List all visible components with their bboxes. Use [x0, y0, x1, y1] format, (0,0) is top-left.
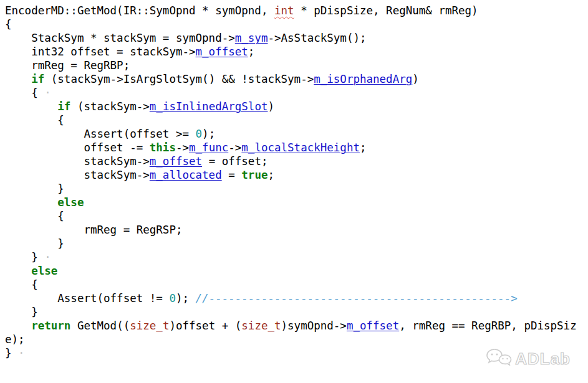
code-line: { [5, 209, 588, 223]
code-token: true [241, 169, 267, 181]
code-line: else [5, 264, 588, 278]
code-line: { · [5, 86, 588, 100]
code-token: } [5, 306, 38, 318]
code-token: if [57, 100, 70, 113]
code-token: m_isInlinedArgSlot [150, 100, 268, 113]
code-token: )symOpnd-> [281, 319, 347, 332]
code-token: } [5, 182, 64, 195]
code-token: ; [267, 169, 274, 181]
code-line: } [5, 182, 588, 196]
code-token: m_func [189, 141, 228, 154]
code-token: return [31, 319, 70, 332]
code-line: rmReg = RegRBP; [5, 59, 588, 72]
code-token: m_localStackHeight [241, 141, 360, 154]
code-token: { [5, 114, 64, 126]
code-token: { [5, 210, 64, 222]
code-token: { [5, 278, 38, 291]
code-line: { [5, 17, 588, 31]
code-token: { [5, 18, 12, 31]
code-token: { [5, 87, 44, 99]
code-token: } [5, 347, 12, 359]
code-token: size_t [241, 319, 281, 332]
code-token: m_allocated [150, 169, 222, 181]
code-token: Assert(offset >= [5, 128, 196, 140]
code-token: this [150, 141, 176, 154]
code-line: e); [5, 333, 588, 346]
code-line: StackSym * stackSym = symOpnd->m_sym->As… [5, 31, 588, 45]
code-token: ) [267, 100, 274, 113]
wechat-bubbles-icon [486, 348, 512, 369]
code-token: m_offset [347, 319, 399, 332]
code-token: ->AsStackSym(); [267, 32, 366, 44]
code-token: } [5, 237, 64, 250]
code-token: EncoderMD::GetMod(IR::SymOpnd * symOpnd, [5, 4, 274, 17]
code-token [5, 73, 31, 85]
code-line: } [5, 237, 588, 250]
code-token: ); [202, 128, 215, 140]
code-token [5, 196, 57, 209]
code-token [5, 319, 31, 332]
code-line: } · [5, 250, 588, 264]
code-token: } [5, 251, 38, 263]
code-token: ); [176, 292, 196, 305]
code-token: //--------------------------------------… [196, 292, 518, 305]
watermark: ADLab [486, 348, 571, 369]
code-line: stackSym->m_offset = offset; [5, 154, 588, 168]
code-token: else [57, 196, 84, 209]
code-token: · [12, 347, 25, 359]
code-token: = offset; [202, 155, 267, 168]
code-token: (stackSym->IsArgSlotSym() && !stackSym-> [44, 73, 314, 85]
code-token: offset -= [5, 141, 150, 154]
code-token: StackSym * stackSym = symOpnd-> [5, 32, 235, 44]
code-token: -> [176, 141, 189, 154]
code-line: else [5, 196, 588, 209]
code-line: { [5, 278, 588, 291]
watermark-label: ADLab [515, 349, 571, 369]
code-token: size_t [130, 319, 169, 332]
code-line: } [5, 305, 588, 319]
code-line: return GetMod((size_t)offset + (size_t)s… [5, 319, 588, 333]
code-line: int32 offset = stackSym->m_offset; [5, 45, 588, 59]
code-token: (stackSym-> [70, 100, 149, 113]
code-token: ; [360, 141, 367, 154]
code-token: Assert(offset != [5, 292, 169, 305]
code-line: { [5, 113, 588, 127]
code-token: m_offset [150, 155, 202, 168]
code-editor: EncoderMD::GetMod(IR::SymOpnd * symOpnd,… [0, 0, 588, 360]
code-token: int [274, 4, 294, 17]
code-token: · [44, 87, 51, 99]
code-token: else [31, 265, 57, 277]
code-token: · [38, 251, 51, 263]
code-token: m_isOrphanedArg [314, 73, 412, 85]
code-token: rmReg = RegRBP; [5, 59, 130, 72]
code-token: ; [248, 45, 255, 58]
code-token: GetMod(( [70, 319, 130, 332]
code-token: stackSym-> [5, 155, 150, 168]
code-token: stackSym-> [5, 169, 150, 181]
code-token: rmReg = RegRSP; [5, 224, 182, 236]
code-token: = [222, 169, 242, 181]
code-token [5, 265, 31, 277]
code-token: ) [412, 73, 419, 85]
code-line: EncoderMD::GetMod(IR::SymOpnd * symOpnd,… [5, 4, 588, 17]
code-token: -> [228, 141, 241, 154]
code-token: )offset + ( [169, 319, 241, 332]
code-token: * pDispSize, RegNum& rmReg) [294, 4, 478, 17]
code-token: e); [5, 333, 25, 346]
code-line: stackSym->m_allocated = true; [5, 168, 588, 182]
code-token: m_offset [196, 45, 248, 58]
code-token: if [31, 73, 44, 85]
code-token: , rmReg == RegRBP, pDispSiz [399, 319, 576, 332]
code-token: m_sym [235, 32, 268, 44]
code-token: 0 [169, 292, 176, 305]
code-line: Assert(offset >= 0); [5, 127, 588, 141]
code-line: rmReg = RegRSP; [5, 223, 588, 237]
code-token [5, 100, 57, 113]
code-token: 0 [196, 128, 203, 140]
code-token: int32 offset = stackSym-> [5, 45, 196, 58]
code-line: if (stackSym->IsArgSlotSym() && !stackSy… [5, 72, 588, 86]
code-line: if (stackSym->m_isInlinedArgSlot) [5, 100, 588, 113]
code-line: offset -= this->m_func->m_localStackHeig… [5, 141, 588, 154]
code-line: Assert(offset != 0); //-----------------… [5, 291, 588, 305]
